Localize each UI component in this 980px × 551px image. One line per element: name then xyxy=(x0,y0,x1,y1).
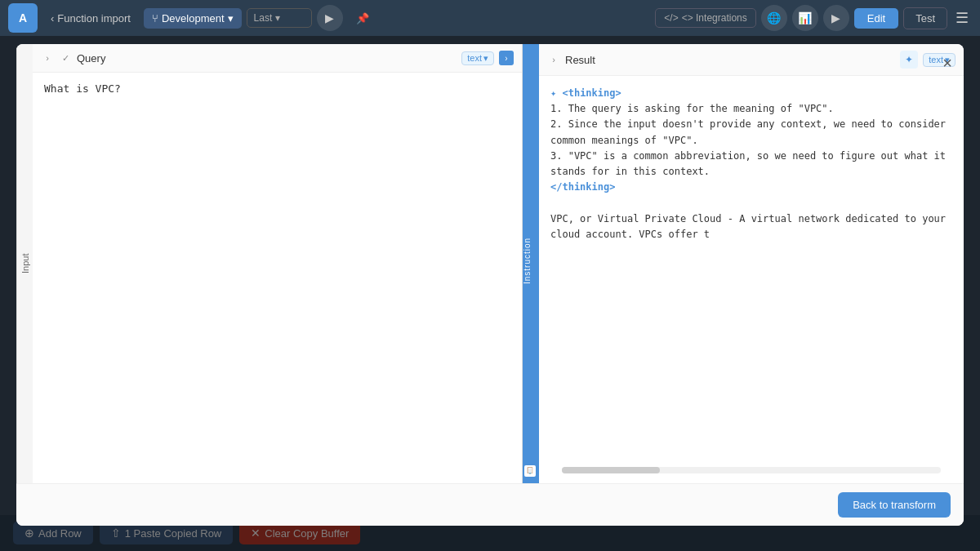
input-side-label: Input xyxy=(16,44,33,483)
result-title: Result xyxy=(565,54,595,66)
chevron-down-icon: ▾ xyxy=(228,12,234,24)
back-to-transform-button[interactable]: Back to transform xyxy=(838,492,951,518)
query-collapse-button[interactable]: › xyxy=(41,51,54,64)
result-text-label: text xyxy=(929,55,943,64)
query-expand-button[interactable]: ✓ xyxy=(59,51,72,64)
nav-right-group: </> <> Integrations 🌐 📊 ▶ Edit Test ☰ xyxy=(655,5,972,31)
chevron-down-icon: ▾ xyxy=(275,12,280,24)
integrations-button[interactable]: </> <> Integrations xyxy=(655,8,755,28)
query-text-badge[interactable]: text ▾ xyxy=(461,51,494,65)
edit-button[interactable]: Edit xyxy=(854,8,898,29)
back-label: Function import xyxy=(57,12,131,24)
query-expand-btn[interactable]: › xyxy=(499,51,514,65)
query-content: What is VPC? xyxy=(33,73,522,483)
result-collapse-button[interactable]: › xyxy=(547,53,560,66)
result-line-vpc: VPC, or Virtual Private Cloud - A virtua… xyxy=(550,211,952,242)
result-scrollbar-thumb[interactable] xyxy=(562,467,660,473)
thinking-close-tag: </thinking> xyxy=(550,180,952,195)
result-panel-header: › Result ✦ text ▾ xyxy=(539,44,964,76)
modal-dialog: × Input › ✓ Query text ▾ › What xyxy=(16,44,964,526)
query-title: Query xyxy=(77,52,105,64)
development-dropdown[interactable]: ⑂ Development ▾ xyxy=(144,8,242,29)
result-add-icon[interactable]: ✦ xyxy=(900,51,918,69)
modal-body: Input › ✓ Query text ▾ › What is VPC? xyxy=(16,44,964,483)
instruction-column: Instruction 📋 xyxy=(523,44,539,483)
modal-overlay: × Input › ✓ Query text ▾ › What xyxy=(0,36,980,551)
last-dropdown[interactable]: Last ▾ xyxy=(247,8,312,28)
chart-button[interactable]: 📊 xyxy=(792,5,818,31)
result-line-1: 1. The query is asking for the meaning o… xyxy=(550,101,952,117)
chevron-down-icon: ▾ xyxy=(483,53,488,64)
test-button[interactable]: Test xyxy=(903,7,947,29)
instruction-icon: 📋 xyxy=(524,465,536,477)
result-panel: › Result ✦ text ▾ ✦ <thinking> 1. The qu… xyxy=(539,44,964,483)
text-badge-label: text xyxy=(467,53,482,63)
pin-button[interactable]: 📌 xyxy=(348,8,377,29)
query-panel-header: › ✓ Query text ▾ › xyxy=(33,44,522,73)
last-label: Last xyxy=(254,12,273,24)
result-line-blank xyxy=(550,195,952,211)
integrations-label: <> Integrations xyxy=(682,12,747,24)
dev-label: Development xyxy=(162,12,225,24)
result-line-2: 2. Since the input doesn't provide any c… xyxy=(550,117,952,148)
pin-icon: 📌 xyxy=(356,12,369,24)
thinking-open-tag: ✦ <thinking> xyxy=(550,86,952,101)
modal-footer: Back to transform xyxy=(16,483,964,526)
branch-icon: ⑂ xyxy=(152,12,158,24)
play-button[interactable]: ▶ xyxy=(823,5,849,31)
chevron-left-icon: ‹ xyxy=(51,12,54,24)
result-line-3: 3. "VPC" is a common abbreviation, so we… xyxy=(550,149,952,180)
modal-close-button[interactable]: × xyxy=(942,54,952,73)
navbar: A ‹ Function import ⑂ Development ▾ Last… xyxy=(0,0,980,36)
globe-button[interactable]: 🌐 xyxy=(761,5,787,31)
result-content: ✦ <thinking> 1. The query is asking for … xyxy=(539,76,964,460)
app-logo: A xyxy=(8,3,38,33)
query-panel: › ✓ Query text ▾ › What is VPC? xyxy=(33,44,523,483)
back-button[interactable]: ‹ Function import xyxy=(42,8,139,29)
query-text: What is VPC? xyxy=(44,82,121,95)
code-icon: </> xyxy=(664,12,678,24)
menu-icon[interactable]: ☰ xyxy=(952,9,972,27)
instruction-label: Instruction xyxy=(523,237,532,283)
result-scrollbar-track[interactable] xyxy=(562,467,941,473)
run-icon-button[interactable]: ▶ xyxy=(317,5,343,31)
